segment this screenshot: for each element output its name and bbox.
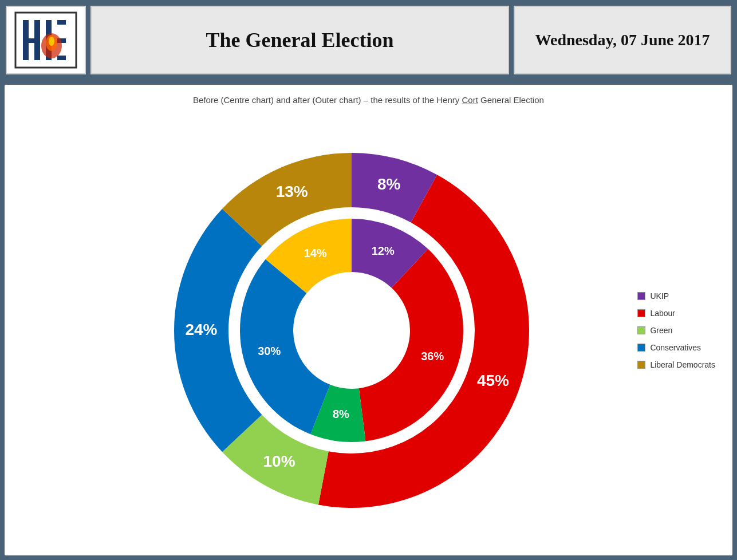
legend-item-labour: Labour: [637, 309, 715, 318]
svg-rect-3: [23, 38, 40, 43]
outer-label-liberaldemocrats: 13%: [275, 183, 308, 200]
date-label: Wednesday, 07 June 2017: [535, 31, 710, 49]
inner-label-ukip: 12%: [371, 244, 394, 257]
svg-rect-5: [57, 20, 66, 25]
outer-label-labour: 45%: [476, 371, 509, 389]
legend-item-green: Green: [637, 326, 715, 335]
chart-legend: UKIP Labour Green Conservatives Liberal …: [637, 291, 715, 369]
svg-point-10: [49, 37, 54, 46]
outer-label-conservatives: 24%: [185, 321, 217, 338]
inner-label-conservatives: 30%: [258, 344, 281, 357]
header: The General Election Wednesday, 07 June …: [0, 0, 737, 80]
date-box: Wednesday, 07 June 2017: [514, 6, 731, 74]
legend-swatch-libdems: [637, 361, 645, 369]
legend-swatch-green: [637, 326, 645, 334]
donut-chart-container: 8%45%10%24%13%12%36%8%30%14%: [157, 136, 546, 525]
legend-swatch-conservatives: [637, 344, 645, 352]
inner-label-labour: 36%: [421, 349, 444, 362]
inner-label-green: 8%: [332, 408, 349, 420]
legend-item-libdems: Liberal Democrats: [637, 360, 715, 369]
outer-label-green: 10%: [263, 452, 295, 470]
legend-item-conservatives: Conservatives: [637, 343, 715, 352]
legend-swatch-ukip: [637, 292, 645, 300]
center-circle: [294, 273, 409, 388]
page-title: The General Election: [206, 28, 394, 52]
title-box: The General Election: [90, 6, 509, 74]
chart-subtitle: Before (Centre chart) and after (Outer c…: [193, 95, 544, 105]
chart-area: 8%45%10%24%13%12%36%8%30%14% UKIP Labour…: [5, 105, 732, 555]
legend-label-conservatives: Conservatives: [650, 343, 701, 352]
outer-label-ukip: 8%: [377, 175, 401, 192]
logo-icon: [14, 11, 77, 69]
legend-label-libdems: Liberal Democrats: [650, 360, 715, 369]
inner-label-liberaldemocrats: 14%: [304, 246, 326, 259]
legend-label-green: Green: [650, 326, 672, 335]
donut-chart-svg: 8%45%10%24%13%12%36%8%30%14%: [157, 136, 546, 525]
legend-swatch-labour: [637, 309, 645, 317]
main-content: Before (Centre chart) and after (Outer c…: [5, 85, 732, 555]
legend-label-ukip: UKIP: [650, 291, 669, 301]
logo-box: [6, 6, 86, 74]
svg-rect-7: [57, 56, 66, 60]
legend-item-ukip: UKIP: [637, 291, 715, 301]
legend-label-labour: Labour: [650, 309, 675, 318]
